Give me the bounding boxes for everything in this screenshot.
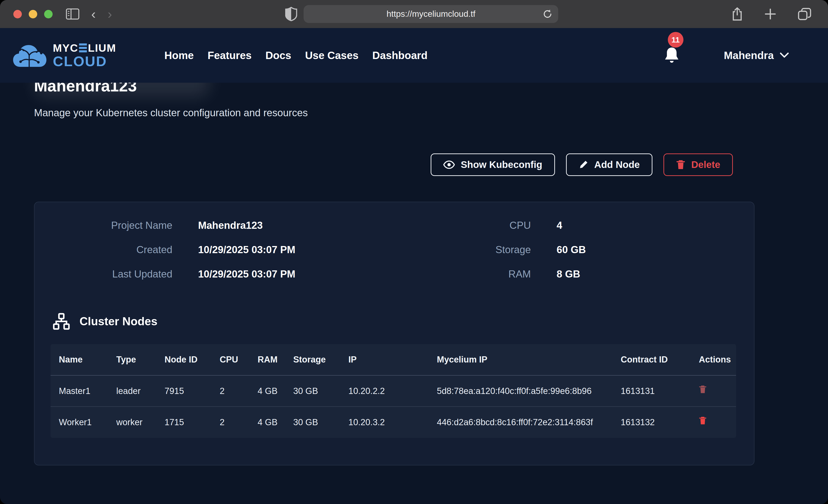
share-icon[interactable] [732,7,743,21]
detail-value-last-updated: 10/29/2025 03:07 PM [198,268,439,280]
url-text: https://myceliumcloud.tf [386,9,475,19]
detail-label: Created [35,244,172,255]
detail-label: Storage [439,244,531,255]
col-header-actions: Actions [691,344,736,375]
browser-toolbar: ‹ › https://myceliumcloud.tf [0,0,828,28]
cell-mycelium-ip: 446:d2a6:8bcd:8c16:ff0f:72e2:3114:863f [428,407,613,437]
page-content: Mahendra123 Manage your Kubernetes clust… [0,77,828,465]
trash-icon [699,385,707,394]
user-menu[interactable]: Mahendra [724,49,789,61]
col-header-contract-id: Contract ID [613,344,691,375]
zoom-window-button[interactable] [44,10,53,18]
cell-type: leader [108,375,156,407]
nav-link-use-cases[interactable]: Use Cases [305,49,359,61]
delete-cluster-button[interactable]: Delete [663,154,733,176]
url-bar[interactable]: https://myceliumcloud.tf [303,5,558,23]
cell-mycelium-ip: 5d8:78ea:a120:f40c:ff0f:a5fe:99e6:8b96 [428,375,613,407]
cell-name: Worker1 [50,407,108,437]
col-header-ip: IP [340,344,428,375]
chevron-down-icon [780,52,789,58]
logo-e-bars-icon [79,43,87,52]
forward-icon: › [108,7,112,21]
cluster-actions: Show Kubeconfig Add Node Delete [34,154,733,176]
col-header-mycelium-ip: Mycelium IP [428,344,613,375]
close-window-button[interactable] [13,10,22,18]
minimize-window-button[interactable] [29,10,37,18]
detail-label: Last Updated [35,268,172,280]
col-header-node-id: Node ID [156,344,211,375]
delete-node-button[interactable] [699,416,707,425]
col-header-storage: Storage [285,344,340,375]
cell-node-id: 7915 [156,375,211,407]
detail-label: RAM [439,268,531,280]
sidebar-toggle-icon[interactable] [66,8,79,19]
traffic-lights [13,10,53,18]
add-node-button[interactable]: Add Node [566,154,653,176]
detail-value-storage: 60 GB [556,244,754,255]
notifications-button[interactable]: 11 [663,46,680,65]
cell-storage: 30 GB [285,407,340,437]
cell-name: Master1 [50,375,108,407]
table-row: Worker1 worker 1715 2 4 GB 30 GB 10.20.3… [50,407,736,437]
cell-cpu: 2 [211,407,249,437]
detail-label: CPU [439,220,531,231]
pencil-icon [579,160,588,170]
col-header-type: Type [108,344,156,375]
trash-icon [676,159,685,170]
nav-link-dashboard[interactable]: Dashboard [372,49,427,61]
browser-window: ‹ › https://myceliumcloud.tf [0,0,828,504]
bell-icon [663,46,680,65]
detail-label: Project Name [35,220,172,231]
user-name: Mahendra [724,49,774,61]
reload-icon[interactable] [543,9,552,19]
col-header-name: Name [50,344,108,375]
nav-links: Home Features Docs Use Cases Dashboard [164,49,427,61]
delete-node-button[interactable] [699,385,707,394]
logo-wordmark-top: MYCLIUM [53,42,116,53]
table-header-row: Name Type Node ID CPU RAM Storage IP Myc… [50,344,736,375]
cell-contract-id: 1613131 [613,375,691,407]
nav-link-features[interactable]: Features [208,49,252,61]
cell-contract-id: 1613132 [613,407,691,437]
nodes-table-panel: Name Type Node ID CPU RAM Storage IP Myc… [50,344,736,438]
col-header-cpu: CPU [211,344,249,375]
cell-ip: 10.20.3.2 [340,407,428,437]
mycelium-cloud-logo-icon [12,38,49,73]
cell-ram: 4 GB [249,375,285,407]
detail-value-ram: 8 GB [556,268,754,280]
cluster-nodes-icon [52,312,70,330]
eye-icon [443,161,455,169]
logo-wordmark-bottom: CLOUD [53,54,116,69]
brand-logo[interactable]: MYCLIUM CLOUD [12,38,116,73]
cell-node-id: 1715 [156,407,211,437]
cluster-details-card: Project Name Mahendra123 Created 10/29/2… [34,202,754,465]
nodes-table: Name Type Node ID CPU RAM Storage IP Myc… [50,344,736,438]
page-subtitle: Manage your Kubernetes cluster configura… [34,107,754,119]
cell-type: worker [108,407,156,437]
privacy-shield-icon[interactable] [285,7,297,21]
new-tab-icon[interactable] [764,8,777,20]
nav-link-home[interactable]: Home [164,49,194,61]
notification-badge: 11 [668,32,684,48]
cluster-nodes-heading: Cluster Nodes [80,315,157,328]
show-kubeconfig-button[interactable]: Show Kubeconfig [431,154,555,176]
cell-ip: 10.20.2.2 [340,375,428,407]
back-icon[interactable]: ‹ [91,7,95,21]
detail-value-project-name: Mahendra123 [198,220,439,231]
table-row: Master1 leader 7915 2 4 GB 30 GB 10.20.2… [50,375,736,407]
detail-value-created: 10/29/2025 03:07 PM [198,244,439,255]
cell-ram: 4 GB [249,407,285,437]
cell-cpu: 2 [211,375,249,407]
cell-storage: 30 GB [285,375,340,407]
app-navbar: MYCLIUM CLOUD Home Features Docs Use Cas… [0,28,828,83]
trash-icon [699,416,707,425]
col-header-ram: RAM [249,344,285,375]
nav-link-docs[interactable]: Docs [265,49,291,61]
detail-value-cpu: 4 [556,220,754,231]
tab-overview-icon[interactable] [798,8,812,20]
